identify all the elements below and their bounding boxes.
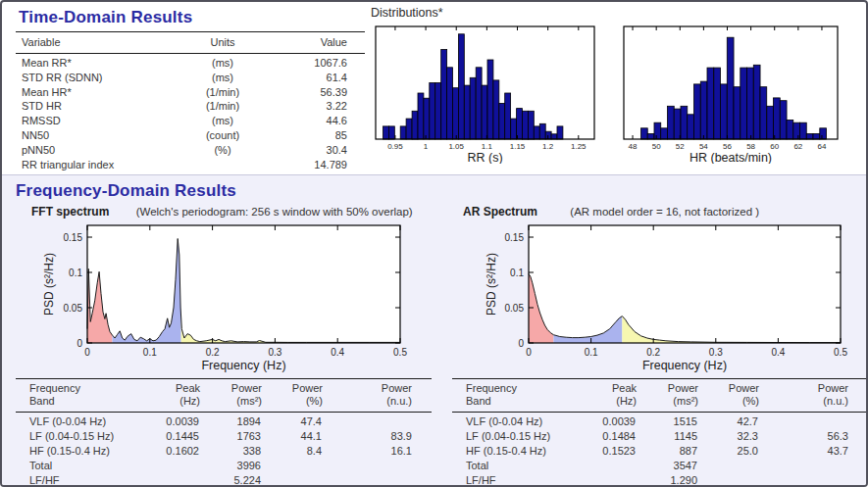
- table-cell: 56.3: [759, 429, 866, 444]
- table-cell: (ms): [163, 114, 282, 128]
- svg-text:0.15: 0.15: [64, 232, 83, 243]
- svg-text:0: 0: [84, 347, 90, 358]
- time-domain-table: Variable Units Value Mean RR*(ms)1067.6S…: [16, 31, 365, 189]
- column-header-power-ms2: Power(ms²): [200, 379, 262, 413]
- table-row: STD RR (SDNN)(ms)61.4: [16, 71, 365, 85]
- svg-text:0.05: 0.05: [505, 303, 525, 314]
- ar-spectrum-plot: 00.10.20.30.40.500.050.10.15Frequency (H…: [448, 223, 868, 372]
- table-cell: [133, 473, 200, 487]
- table-cell: [133, 459, 200, 473]
- fft-spectrum-header: FFT spectrum (Welch's periodogram: 256 s…: [31, 205, 413, 219]
- table-cell: NN50: [16, 128, 163, 143]
- hrv-results-panel: Time-Domain Results Variable Units Value…: [0, 0, 868, 487]
- table-cell: (1/min): [163, 85, 282, 100]
- svg-text:0.1: 0.1: [585, 347, 598, 358]
- svg-text:0.2: 0.2: [206, 347, 220, 358]
- table-cell: 42.7: [698, 413, 759, 430]
- table-cell: 338: [200, 444, 262, 459]
- table-cell: 85: [282, 128, 365, 143]
- column-header-frequency-band: FrequencyBand: [452, 379, 570, 413]
- ar-spectrum-note: (AR model order = 16, not factorized ): [570, 206, 759, 218]
- table-row: LF/HF1.290: [452, 473, 866, 487]
- table-row: RR triangular index14.789: [16, 158, 365, 172]
- y-axis-label: PSD (s²/Hz): [485, 253, 498, 316]
- fft-band-table: FrequencyBand Peak(Hz) Power(ms²) Power(…: [16, 378, 432, 487]
- svg-text:1.15: 1.15: [510, 142, 526, 151]
- svg-text:1.05: 1.05: [448, 142, 464, 151]
- table-cell: [163, 158, 282, 172]
- table-cell: 8.4: [262, 444, 323, 459]
- svg-text:1.2: 1.2: [542, 142, 554, 151]
- table-cell: VLF (0-0.04 Hz): [16, 413, 133, 430]
- svg-text:1.1: 1.1: [482, 142, 493, 151]
- table-cell: 43.7: [759, 444, 866, 459]
- svg-text:48: 48: [629, 142, 638, 151]
- table-row: Total3996: [16, 459, 432, 473]
- table-row: VLF (0-0.04 Hz)0.0039189447.4: [16, 413, 432, 430]
- table-cell: Total: [452, 459, 570, 473]
- table-row: STD HR(1/min)3.22: [16, 99, 365, 114]
- table-cell: [759, 459, 866, 473]
- x-axis-label: HR (beats/min): [689, 151, 772, 164]
- svg-text:56: 56: [723, 142, 732, 151]
- table-row: HF (0.15-0.4 Hz)0.16023388.416.1: [16, 444, 432, 459]
- table-cell: (ms): [163, 54, 282, 71]
- table-cell: 0.0039: [133, 413, 200, 430]
- table-cell: [698, 473, 759, 487]
- table-cell: 3547: [637, 459, 698, 473]
- column-header-variable: Variable: [16, 32, 163, 54]
- column-header-peak: Peak(Hz): [133, 379, 200, 413]
- table-cell: 0.1523: [570, 444, 637, 459]
- svg-text:60: 60: [770, 142, 779, 151]
- column-header-power-pct: Power(%): [698, 379, 759, 413]
- table-cell: 14.789: [282, 158, 365, 172]
- table-row: NN50(count)85: [16, 128, 365, 143]
- table-cell: 32.3: [698, 429, 759, 444]
- svg-text:0.3: 0.3: [709, 347, 723, 358]
- table-cell: LF (0.04-0.15 Hz): [452, 429, 570, 444]
- svg-text:64: 64: [818, 142, 827, 151]
- svg-text:54: 54: [699, 142, 708, 151]
- table-cell: RR triangular index: [16, 158, 163, 172]
- table-cell: 25.0: [698, 444, 759, 459]
- hr-distribution-histogram: 485052545658606264HR (beats/min): [620, 24, 851, 164]
- table-cell: [323, 459, 432, 473]
- table-cell: 44.1: [262, 429, 323, 444]
- table-cell: LF/HF: [16, 473, 133, 487]
- time-domain-title: Time-Domain Results: [19, 8, 192, 27]
- table-cell: HF (0.15-0.4 Hz): [452, 444, 570, 459]
- column-header-frequency-band: FrequencyBand: [16, 379, 133, 413]
- table-row: LF/HF5.224: [16, 473, 432, 487]
- table-cell: 3.22: [282, 99, 365, 114]
- table-cell: [759, 473, 866, 487]
- x-axis-label: Frequency (Hz): [201, 359, 285, 372]
- fft-spectrum-label: FFT spectrum: [31, 205, 109, 219]
- table-row: RMSSD(ms)44.6: [16, 114, 365, 128]
- table-cell: STD HR: [16, 99, 163, 114]
- table-cell: [759, 413, 866, 430]
- table-cell: 3996: [200, 459, 262, 473]
- x-axis-label: Frequency (Hz): [642, 359, 727, 372]
- svg-text:0.05: 0.05: [64, 303, 83, 314]
- column-header-power-ms2: Power(ms²): [637, 379, 698, 413]
- column-header-peak: Peak(Hz): [570, 379, 637, 413]
- table-cell: 0.1445: [133, 429, 200, 444]
- table-cell: 1145: [637, 429, 698, 444]
- column-header-power-pct: Power(%): [262, 379, 323, 413]
- table-cell: Total: [16, 459, 133, 473]
- table-cell: [570, 459, 637, 473]
- svg-text:0: 0: [518, 338, 524, 349]
- table-cell: [570, 473, 637, 487]
- svg-text:1: 1: [424, 142, 429, 151]
- table-cell: (count): [163, 128, 282, 143]
- rr-distribution-histogram: 0.9511.051.11.151.21.25RR (s): [373, 24, 608, 164]
- svg-text:0.95: 0.95: [387, 142, 403, 151]
- table-cell: 30.4: [282, 143, 365, 158]
- table-row: Total3547: [452, 459, 866, 473]
- svg-text:50: 50: [652, 142, 661, 151]
- table-cell: 0.1602: [133, 444, 200, 459]
- table-cell: LF (0.04-0.15 Hz): [16, 429, 133, 444]
- table-cell: 61.4: [282, 71, 365, 85]
- frequency-domain-title: Frequency-Domain Results: [16, 181, 236, 201]
- table-cell: (%): [163, 143, 282, 158]
